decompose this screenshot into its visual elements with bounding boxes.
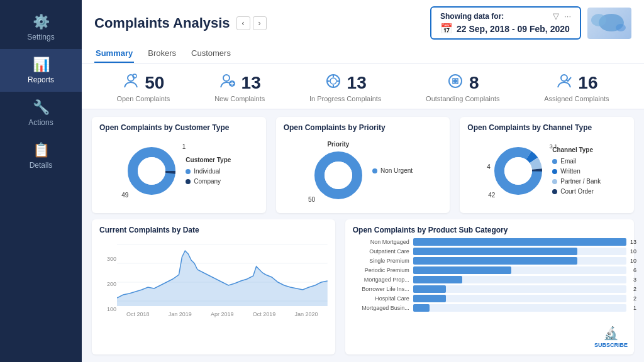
subscribe-icon: 🔬 [603,326,619,341]
line-chart-title: Current Complaints by Date [99,226,328,234]
kpi-inprogress-complaints: 13 In Progress Complaints [309,72,381,102]
bar-value: 10 [630,258,636,264]
bar-chart-area: Non Mortgaged 13 Outpatient Care 10 Sing… [353,238,626,312]
date-filter-value: 📅 22 Sep, 2018 - 09 Feb, 2020 [440,23,570,35]
bar-label: Borrower Life Ins... [353,286,409,292]
bar-value: 2 [633,286,636,292]
x-label-oct2018: Oct 2018 [126,311,150,317]
bar-inner [413,304,430,312]
svg-point-1 [591,14,606,26]
sidebar-item-settings[interactable]: ⚙️ Settings [0,6,82,49]
chart-customer-type: Open Complaints by Customer Type 1 49 Cu… [92,117,266,213]
charts-area: Open Complaints by Customer Type 1 49 Cu… [82,109,644,362]
donut-customer-label-br: 49 [121,192,128,199]
kpi-new-label: New Complaints [214,95,265,102]
donut-customer-label-tl: 1 [182,143,186,150]
legend-written: Written [552,168,601,175]
legend-email-label: Email [560,158,576,165]
sidebar-item-label: Reports [28,75,54,84]
page-title: Complaints Analysis [94,15,230,31]
y-label-200: 200 [107,281,116,287]
kpi-inprogress-value: 13 [347,73,367,93]
legend-written-label: Written [560,168,580,175]
svg-point-2 [616,24,626,31]
more-icon[interactable]: ··· [564,11,571,21]
kpi-new-value: 13 [242,73,261,93]
outstanding-icon [447,72,464,94]
sidebar-item-label: Details [30,161,53,170]
legend-company: Company [186,178,231,185]
kpi-outstanding-label: Outstanding Complaints [426,95,499,102]
y-axis: 300 200 100 [107,256,116,312]
donut-customer-legend: Customer Type Individual Company [186,156,231,185]
svg-point-22 [325,162,352,189]
bar-label: Non Mortgaged [353,239,409,245]
inprogress-icon [325,72,342,94]
x-label-oct2019: Oct 2019 [253,311,276,317]
legend-channel-title: Channel Type [552,146,601,153]
legend-partner-label: Partner / Bank [560,178,601,185]
bar-outer: 2 [413,285,626,293]
bar-label: Outpatient Care [353,248,409,255]
donut-priority-label-br: 50 [308,196,315,203]
legend-court-order: Court Order [552,188,601,195]
bar-label: Periodic Premium [353,267,409,273]
bar-label: Mortgaged Busin... [353,305,409,311]
svg-point-27 [504,157,532,185]
open-complaints-icon [122,72,140,94]
chart-channel: Open Complaints by Channel Type 3 1 [460,117,634,213]
bar-outer: 3 [413,276,626,283]
svg-point-5 [223,75,230,81]
donut-customer-wrap: 1 49 [126,146,177,196]
donut-priority-legend: Non Urgent [372,167,413,174]
bar-outer: 13 [413,238,626,246]
legend-nonurgent-label: Non Urgent [380,167,413,174]
nav-prev-button[interactable]: ‹ [236,16,250,30]
subscribe-badge: 🔬 SUBSCRIBE [594,326,628,348]
bar-label: Mortgaged Prop... [353,277,409,283]
x-label-apr2019: Apr 2019 [211,311,234,317]
kpi-outstanding-value: 8 [469,73,479,93]
donut-channel-label-l: 4 [487,163,491,170]
tab-summary[interactable]: Summary [94,45,134,63]
sidebar-item-actions[interactable]: 🔧 Actions [0,92,82,134]
bar-outer: 10 [413,257,626,265]
new-complaints-icon [219,72,236,94]
kpi-open-label: Open Complaints [116,95,170,102]
bar-outer: 1 [413,304,626,312]
bar-inner [413,257,577,265]
bar-inner [413,238,626,246]
sidebar-item-details[interactable]: 📋 Details [0,134,82,177]
legend-customer-title: Customer Type [186,156,231,163]
subscribe-label: SUBSCRIBE [594,342,628,348]
donut-channel-wrap: 3 1 4 42 [493,146,543,196]
chart-priority: Open Complaints by Priority Priority 50 [276,117,450,213]
tab-customers[interactable]: Customers [190,45,232,63]
bar-row: Hospital Care 2 [353,295,626,302]
main-content: Complaints Analysis ‹ › Showing data for… [82,0,644,362]
bar-row: Mortgaged Prop... 3 [353,276,626,283]
kpi-assigned-complaints: 16 Assigned Complaints [544,72,609,102]
bar-value: 6 [633,267,636,273]
tab-brokers[interactable]: Brokers [147,45,177,63]
svg-point-20 [138,157,165,185]
sidebar-item-reports[interactable]: 📊 Reports [0,49,82,92]
nav-next-button[interactable]: › [253,16,267,30]
reports-icon: 📊 [33,57,50,73]
bar-outer: 10 [413,248,626,255]
bar-outer: 2 [413,295,626,302]
bar-value: 1 [633,305,636,311]
donut-channel-label-tl: 3 1 [550,143,558,150]
filter-icon[interactable]: ▽ [553,11,559,21]
date-filter-box[interactable]: Showing data for: ▽ ··· 📅 22 Sep, 2018 -… [430,6,581,40]
bar-value: 13 [630,239,636,245]
charts-top-row: Open Complaints by Customer Type 1 49 Cu… [92,117,634,213]
bar-inner [413,248,577,255]
legend-nonurgent: Non Urgent [372,167,413,174]
bar-value: 3 [633,277,636,283]
bar-inner [413,285,446,293]
bar-value: 2 [633,295,636,302]
kpi-outstanding-complaints: 8 Outstanding Complaints [426,72,499,102]
donut-channel-label-br: 42 [488,192,495,199]
nav-arrows: ‹ › [236,16,267,30]
